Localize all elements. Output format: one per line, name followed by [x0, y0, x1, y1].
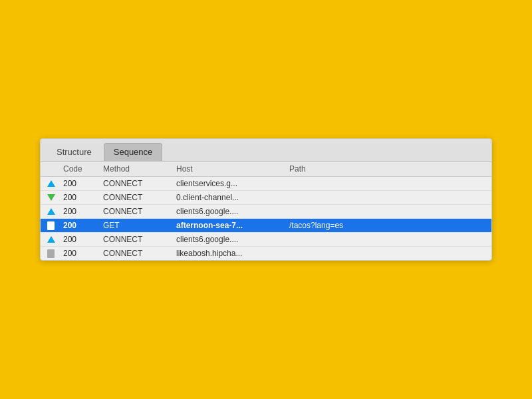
row-code: 200	[63, 221, 103, 230]
table-row[interactable]: 200 CONNECT 0.client-channel...	[41, 191, 491, 205]
arrow-up-icon	[47, 236, 55, 243]
row-code: 200	[63, 179, 103, 188]
row-method: CONNECT	[103, 179, 176, 188]
table-row[interactable]: 200 CONNECT likeabosh.hipcha...	[41, 247, 491, 260]
row-icon	[47, 208, 63, 215]
main-panel: Structure Sequence Code Method Host Path…	[40, 138, 492, 261]
row-code: 200	[63, 193, 103, 202]
tab-bar: Structure Sequence	[41, 139, 491, 162]
table-row[interactable]: 200 CONNECT clients6.google....	[41, 233, 491, 247]
row-code: 200	[63, 249, 103, 258]
table-row-selected[interactable]: 200 GET afternoon-sea-7... /tacos?lang=e…	[41, 219, 491, 233]
row-icon	[47, 221, 63, 230]
col-path: Path	[289, 164, 485, 174]
row-method: CONNECT	[103, 207, 176, 216]
col-icon	[47, 164, 63, 174]
table-header: Code Method Host Path	[41, 162, 491, 177]
row-host: clientservices.g...	[176, 179, 289, 188]
row-method: CONNECT	[103, 235, 176, 244]
row-icon	[47, 236, 63, 243]
row-host: 0.client-channel...	[176, 193, 289, 202]
table-row[interactable]: 200 CONNECT clients6.google....	[41, 205, 491, 219]
row-icon	[47, 249, 63, 258]
row-code: 200	[63, 207, 103, 216]
row-icon	[47, 180, 63, 187]
table-body: 200 CONNECT clientservices.g... 200 CONN…	[41, 177, 491, 260]
col-host: Host	[176, 164, 289, 174]
row-host: likeabosh.hipcha...	[176, 249, 289, 258]
tab-sequence[interactable]: Sequence	[104, 143, 163, 161]
row-host: afternoon-sea-7...	[176, 221, 289, 230]
row-method: CONNECT	[103, 249, 176, 258]
table-row[interactable]: 200 CONNECT clientservices.g...	[41, 177, 491, 191]
arrow-up-icon	[47, 180, 55, 187]
row-method: GET	[103, 221, 176, 230]
row-host: clients6.google....	[176, 207, 289, 216]
row-code: 200	[63, 235, 103, 244]
col-code: Code	[63, 164, 103, 174]
doc-icon	[47, 221, 55, 230]
row-icon	[47, 194, 63, 201]
col-method: Method	[103, 164, 176, 174]
row-method: CONNECT	[103, 193, 176, 202]
arrow-up-icon	[47, 208, 55, 215]
arrow-down-icon	[47, 194, 55, 201]
row-host: clients6.google....	[176, 235, 289, 244]
row-path: /tacos?lang=es	[289, 221, 485, 230]
doc-light-icon	[47, 249, 55, 258]
tab-structure[interactable]: Structure	[47, 144, 101, 160]
